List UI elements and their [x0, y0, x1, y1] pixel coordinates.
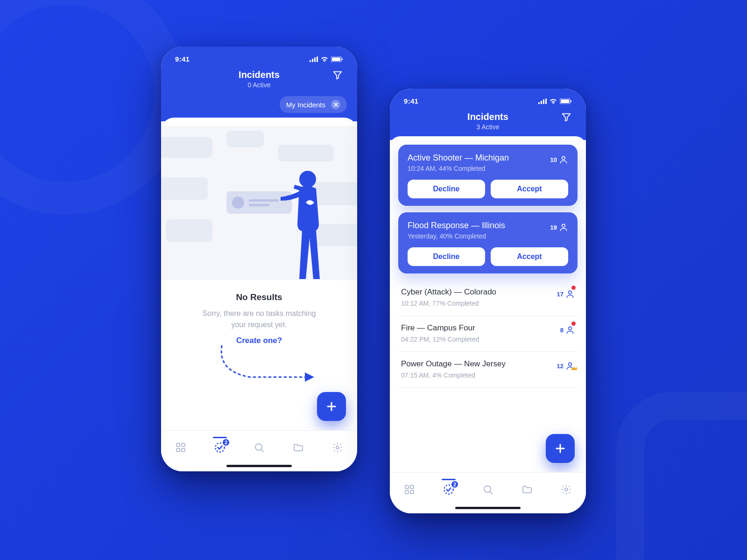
tab-badge: 2: [222, 438, 230, 447]
status-icons: [310, 56, 343, 62]
active-count: 0 Active: [161, 81, 357, 89]
alert-badge-icon: [571, 322, 576, 326]
chip-label: My Incidents: [286, 101, 325, 109]
incident-meta: 10:24 AM, 44% Completed: [408, 165, 509, 172]
page-title: Incidents: [161, 70, 357, 80]
search-icon: [254, 442, 265, 453]
gear-icon: [561, 484, 572, 495]
svg-point-25: [569, 327, 572, 330]
incident-title: Fire — Campus Four: [401, 323, 479, 333]
tab-search[interactable]: [478, 479, 498, 500]
grid-icon: [404, 484, 415, 495]
svg-rect-0: [310, 60, 311, 62]
tab-incidents[interactable]: 2: [438, 479, 459, 500]
decline-button[interactable]: Decline: [408, 180, 485, 198]
tab-settings[interactable]: [556, 479, 577, 500]
filter-chip-my-incidents[interactable]: My Incidents ✕: [280, 96, 347, 113]
folder-icon: [293, 442, 304, 453]
svg-rect-21: [571, 100, 571, 102]
incident-meta: 07:15 AM, 4% Completed: [401, 371, 506, 379]
svg-point-14: [336, 446, 339, 449]
svg-rect-29: [405, 490, 409, 494]
filter-icon: [332, 70, 343, 80]
svg-rect-3: [317, 56, 318, 62]
status-icons: [538, 98, 572, 104]
svg-point-7: [299, 171, 316, 188]
tab-dashboard[interactable]: [399, 479, 420, 500]
person-icon: [559, 223, 568, 232]
content-area: Active Shooter — Michigan 10:24 AM, 44% …: [390, 136, 586, 472]
empty-heading: No Results: [169, 292, 349, 302]
svg-rect-27: [405, 485, 409, 489]
app-header: 9:41 Incidents 0 Active My Incidents ✕: [161, 47, 357, 121]
tab-dashboard[interactable]: [170, 437, 191, 458]
accept-button[interactable]: Accept: [491, 180, 568, 198]
incident-title: Cyber (Attack) — Colorado: [401, 287, 496, 297]
svg-point-24: [569, 291, 572, 294]
incident-row[interactable]: Cyber (Attack) — Colorado 10:12 AM, 77% …: [398, 280, 578, 316]
svg-point-23: [562, 224, 565, 227]
pending-incident-card[interactable]: Flood Response — Illinois Yesterday, 40%…: [398, 212, 578, 273]
active-count: 3 Active: [390, 123, 586, 131]
tab-settings[interactable]: [327, 437, 348, 458]
person-illustration-icon: [281, 168, 332, 280]
tab-incidents[interactable]: 2: [210, 437, 230, 458]
fab-add-button[interactable]: [317, 392, 346, 421]
decline-button[interactable]: Decline: [408, 247, 485, 266]
incident-title: Active Shooter — Michigan: [408, 153, 509, 163]
tab-search[interactable]: [249, 437, 269, 458]
svg-rect-20: [561, 99, 569, 103]
incident-meta: 10:12 AM, 77% Completed: [401, 300, 496, 307]
status-bar: 9:41: [161, 55, 357, 63]
pending-incident-card[interactable]: Active Shooter — Michigan 10:24 AM, 44% …: [398, 145, 578, 206]
svg-rect-9: [182, 443, 185, 447]
filter-button[interactable]: [329, 67, 346, 84]
chip-remove-button[interactable]: ✕: [331, 100, 340, 109]
app-header: 9:41 Incidents 3 Active: [390, 89, 586, 140]
filter-icon: [561, 112, 571, 122]
tab-files[interactable]: [517, 479, 537, 500]
status-time: 9:41: [175, 55, 190, 63]
search-icon: [482, 484, 493, 495]
alert-badge-icon: [571, 286, 576, 290]
tab-badge: 2: [451, 480, 459, 489]
grid-icon: [175, 442, 186, 453]
plus-icon: [554, 442, 567, 455]
plus-icon: [325, 400, 338, 413]
empty-body: Sorry, there are no tasks matching your …: [169, 308, 349, 330]
people-count: 8: [560, 323, 575, 335]
svg-rect-30: [410, 490, 414, 494]
fab-add-button[interactable]: [546, 434, 575, 463]
svg-rect-5: [332, 57, 340, 61]
incident-meta: 04:22 PM, 12% Completed: [401, 336, 479, 343]
svg-rect-10: [176, 448, 180, 452]
svg-point-33: [565, 488, 568, 491]
svg-rect-15: [538, 102, 540, 104]
crown-badge-icon: [571, 366, 578, 371]
people-count: 10: [550, 153, 568, 164]
svg-rect-6: [342, 58, 343, 60]
tab-files[interactable]: [288, 437, 309, 458]
home-indicator: [226, 465, 292, 467]
people-count: 19: [550, 221, 568, 232]
person-icon: [565, 289, 575, 299]
svg-rect-8: [176, 443, 180, 447]
status-time: 9:41: [404, 97, 418, 105]
person-icon: [565, 325, 575, 335]
svg-rect-17: [543, 99, 544, 104]
gear-icon: [332, 442, 343, 453]
folder-icon: [521, 484, 533, 495]
svg-rect-16: [541, 101, 542, 104]
people-count: 12: [557, 359, 575, 371]
svg-point-22: [562, 156, 565, 160]
filter-button[interactable]: [558, 109, 575, 126]
accept-button[interactable]: Accept: [491, 247, 568, 266]
svg-rect-1: [312, 59, 313, 62]
svg-rect-11: [182, 448, 185, 452]
phone-empty-state: 9:41 Incidents 0 Active My Incidents ✕: [161, 47, 357, 471]
svg-rect-18: [545, 98, 547, 104]
incident-title: Flood Response — Illinois: [408, 221, 505, 231]
svg-rect-2: [314, 57, 316, 62]
incident-row[interactable]: Fire — Campus Four 04:22 PM, 12% Complet…: [398, 316, 578, 352]
incident-row[interactable]: Power Outage — New Jersey 07:15 AM, 4% C…: [398, 352, 578, 388]
